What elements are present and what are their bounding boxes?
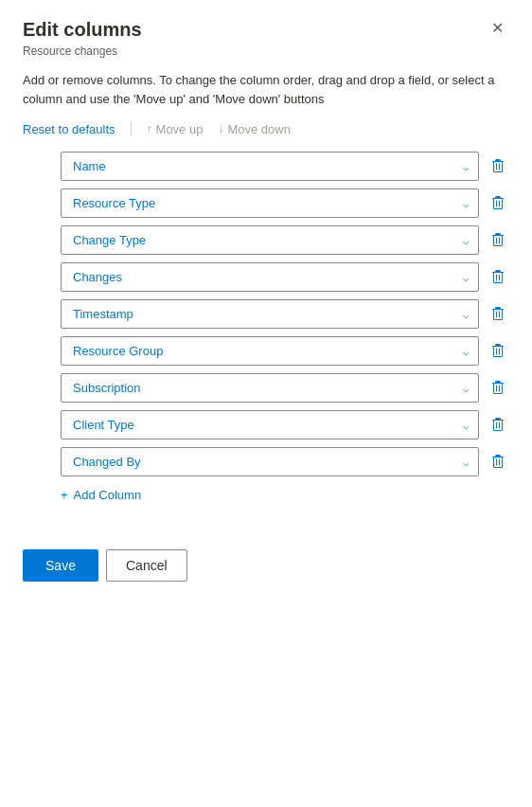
table-row: Changed By⌵ — [61, 447, 509, 476]
trash-icon — [490, 307, 505, 322]
column-select-wrapper: Changes⌵ — [61, 262, 479, 292]
info-text: Add or remove columns. To change the col… — [23, 71, 509, 108]
trash-icon — [490, 381, 505, 396]
column-select-col-5[interactable]: Resource Group — [61, 336, 479, 366]
delete-column-button[interactable] — [487, 229, 509, 252]
column-select-col-3[interactable]: Changes — [61, 262, 479, 292]
move-down-button[interactable]: ↓ Move down — [218, 122, 290, 136]
move-up-label: Move up — [156, 122, 204, 136]
save-button[interactable]: Save — [23, 549, 98, 582]
reset-defaults-button[interactable]: Reset to defaults — [23, 122, 115, 136]
delete-column-button[interactable] — [487, 155, 509, 178]
trash-icon — [490, 270, 505, 285]
toolbar-separator — [131, 121, 132, 136]
table-row: Resource Type⌵ — [61, 188, 509, 218]
delete-column-button[interactable] — [487, 414, 509, 437]
move-up-button[interactable]: ↑ Move up — [147, 122, 204, 136]
column-select-wrapper: Change Type⌵ — [61, 225, 479, 255]
column-select-col-1[interactable]: Resource Type — [61, 188, 479, 218]
toolbar: Reset to defaults ↑ Move up ↓ Move down — [23, 121, 509, 136]
move-down-icon: ↓ — [218, 122, 223, 135]
column-select-wrapper: Resource Group⌵ — [61, 336, 479, 366]
delete-column-button[interactable] — [487, 303, 509, 326]
table-row: Resource Group⌵ — [61, 336, 509, 366]
trash-icon — [490, 455, 505, 470]
columns-list: Name⌵ Resource Type⌵ Change Type⌵ Change… — [61, 152, 509, 476]
add-column-button[interactable]: + Add Column — [23, 480, 141, 510]
cancel-button[interactable]: Cancel — [106, 549, 187, 582]
delete-column-button[interactable] — [487, 266, 509, 289]
column-select-col-2[interactable]: Change Type — [61, 225, 479, 255]
trash-icon — [490, 233, 505, 248]
table-row: Client Type⌵ — [61, 410, 509, 439]
column-select-col-6[interactable]: Subscription — [61, 373, 479, 403]
delete-column-button[interactable] — [487, 451, 509, 474]
panel-title: Edit columns — [23, 19, 142, 41]
panel-subtitle: Resource changes — [23, 45, 509, 58]
column-select-col-0[interactable]: Name — [61, 152, 479, 181]
trash-icon — [490, 344, 505, 359]
move-down-label: Move down — [227, 122, 290, 136]
column-select-wrapper: Resource Type⌵ — [61, 188, 479, 218]
trash-icon — [490, 159, 505, 174]
add-column-plus-icon: + — [61, 488, 68, 502]
move-up-icon: ↑ — [147, 122, 152, 135]
column-select-wrapper: Name⌵ — [61, 152, 479, 181]
table-row: Changes⌵ — [61, 262, 509, 292]
column-select-wrapper: Subscription⌵ — [61, 373, 479, 403]
column-select-wrapper: Changed By⌵ — [61, 447, 479, 476]
add-column-label: Add Column — [74, 488, 142, 502]
column-select-wrapper: Timestamp⌵ — [61, 299, 479, 329]
delete-column-button[interactable] — [487, 377, 509, 400]
close-button[interactable]: ✕ — [486, 19, 509, 38]
edit-columns-panel: Edit columns ✕ Resource changes Add or r… — [0, 0, 532, 604]
delete-column-button[interactable] — [487, 192, 509, 215]
table-row: Subscription⌵ — [61, 373, 509, 403]
footer: Save Cancel — [23, 549, 187, 582]
delete-column-button[interactable] — [487, 340, 509, 363]
column-select-col-4[interactable]: Timestamp — [61, 299, 479, 329]
panel-header: Edit columns ✕ — [23, 19, 509, 41]
trash-icon — [490, 196, 505, 211]
trash-icon — [490, 418, 505, 433]
column-select-wrapper: Client Type⌵ — [61, 410, 479, 439]
table-row: Timestamp⌵ — [61, 299, 509, 329]
column-select-col-7[interactable]: Client Type — [61, 410, 479, 439]
close-icon: ✕ — [491, 20, 504, 36]
table-row: Name⌵ — [61, 152, 509, 181]
table-row: Change Type⌵ — [61, 225, 509, 255]
column-select-col-8[interactable]: Changed By — [61, 447, 479, 476]
